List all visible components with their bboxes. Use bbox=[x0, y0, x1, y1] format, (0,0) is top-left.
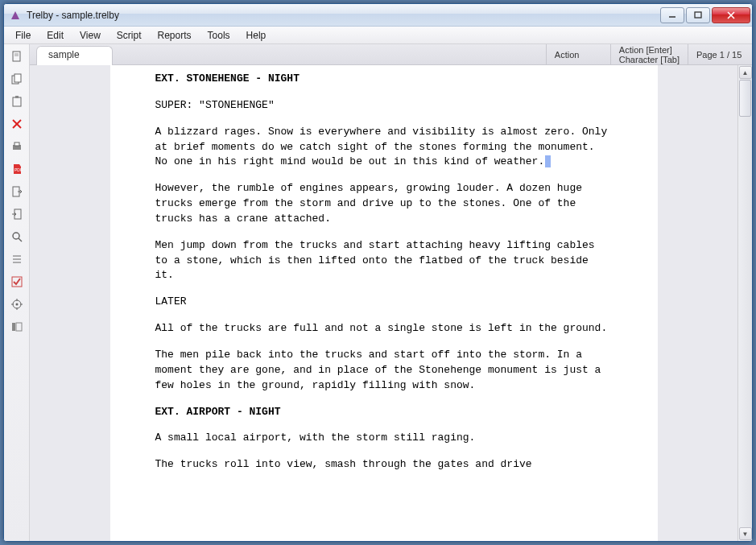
import-icon[interactable] bbox=[8, 205, 26, 223]
menu-script[interactable]: Script bbox=[109, 28, 150, 43]
toolbar: PDF bbox=[4, 44, 30, 541]
action-block[interactable]: However, the rumble of engines appears, … bbox=[155, 181, 613, 227]
svg-line-19 bbox=[19, 238, 22, 242]
window-controls bbox=[659, 7, 750, 23]
tab-sample[interactable]: sample bbox=[36, 46, 113, 65]
status-element-type[interactable]: Action bbox=[546, 44, 610, 64]
scroll-track[interactable] bbox=[738, 80, 752, 526]
tab-label: sample bbox=[48, 49, 80, 60]
paste-icon[interactable] bbox=[8, 93, 26, 110]
svg-point-18 bbox=[13, 233, 19, 239]
page[interactable]: EXT. STONEHENGE - NIGHTSUPER: "STONEHENG… bbox=[110, 65, 658, 541]
action-block[interactable]: The men pile back into the trucks and st… bbox=[155, 348, 613, 394]
app-window: Trelby - sample.trelby File Edit View Sc… bbox=[3, 3, 753, 542]
menu-tools[interactable]: Tools bbox=[200, 28, 238, 43]
search-icon[interactable] bbox=[8, 228, 26, 246]
svg-text:PDF: PDF bbox=[14, 167, 23, 172]
print-icon[interactable] bbox=[8, 138, 26, 155]
check-icon[interactable] bbox=[8, 273, 26, 291]
svg-rect-10 bbox=[15, 96, 19, 98]
svg-rect-8 bbox=[14, 74, 21, 82]
tabbar: sample Action Action [Enter] Character [… bbox=[30, 44, 752, 65]
editor: EXT. STONEHENGE - NIGHTSUPER: "STONEHENG… bbox=[30, 65, 752, 541]
svg-rect-9 bbox=[13, 97, 21, 106]
menubar: File Edit View Script Reports Tools Help bbox=[4, 27, 752, 44]
action-block[interactable]: SUPER: "STONEHENGE" bbox=[155, 98, 613, 114]
copy-icon[interactable] bbox=[8, 70, 26, 88]
editor-viewport[interactable]: EXT. STONEHENGE - NIGHTSUPER: "STONEHENG… bbox=[30, 65, 737, 541]
action-block[interactable]: All of the trucks are full and not a sin… bbox=[155, 321, 613, 336]
settings-icon[interactable] bbox=[8, 295, 26, 313]
menu-view[interactable]: View bbox=[72, 28, 109, 43]
svg-rect-31 bbox=[16, 323, 22, 331]
delete-icon[interactable] bbox=[8, 115, 26, 133]
svg-rect-30 bbox=[12, 323, 15, 331]
svg-rect-1 bbox=[695, 12, 701, 18]
menu-file[interactable]: File bbox=[7, 28, 39, 43]
sidebar-icon[interactable] bbox=[8, 318, 26, 336]
action-block[interactable]: The trucks roll into view, smash through… bbox=[155, 457, 613, 473]
close-button[interactable] bbox=[712, 7, 750, 23]
export-icon[interactable] bbox=[8, 183, 26, 200]
scroll-up-arrow[interactable]: ▲ bbox=[739, 66, 752, 79]
status-page: Page 1 / 15 bbox=[688, 44, 752, 64]
action-block[interactable]: LATER bbox=[155, 295, 613, 310]
scene-heading[interactable]: EXT. AIRPORT - NIGHT bbox=[155, 405, 613, 420]
maximize-button[interactable] bbox=[686, 7, 710, 23]
status-next-keys[interactable]: Action [Enter] Character [Tab] bbox=[610, 44, 688, 64]
text-cursor bbox=[545, 155, 551, 167]
scroll-down-arrow[interactable]: ▼ bbox=[739, 527, 752, 540]
new-doc-icon[interactable] bbox=[8, 47, 26, 65]
action-block[interactable]: A small local airport, with the storm st… bbox=[155, 431, 613, 446]
scene-heading[interactable]: EXT. STONEHENGE - NIGHT bbox=[155, 72, 613, 87]
menu-reports[interactable]: Reports bbox=[150, 28, 200, 43]
svg-point-25 bbox=[15, 303, 18, 306]
titlebar[interactable]: Trelby - sample.trelby bbox=[4, 4, 752, 27]
svg-rect-4 bbox=[13, 52, 20, 61]
scroll-thumb[interactable] bbox=[739, 80, 751, 117]
action-block[interactable]: A blizzard rages. Snow is everywhere and… bbox=[155, 125, 613, 171]
vertical-scrollbar[interactable]: ▲ ▼ bbox=[737, 65, 752, 541]
app-icon bbox=[9, 9, 22, 22]
pdf-icon[interactable]: PDF bbox=[8, 160, 26, 178]
window-title: Trelby - sample.trelby bbox=[27, 10, 659, 21]
svg-rect-14 bbox=[14, 142, 19, 146]
menu-help[interactable]: Help bbox=[238, 28, 275, 43]
minimize-button[interactable] bbox=[660, 7, 684, 23]
menu-edit[interactable]: Edit bbox=[39, 28, 72, 43]
list-icon[interactable] bbox=[8, 250, 26, 268]
action-block[interactable]: Men jump down from the trucks and start … bbox=[155, 238, 613, 284]
